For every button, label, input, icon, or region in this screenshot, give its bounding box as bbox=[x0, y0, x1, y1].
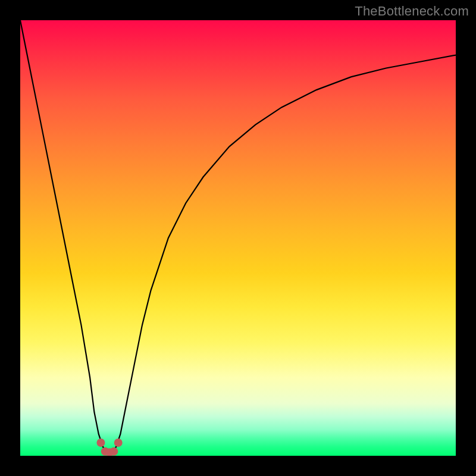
bottom-marker bbox=[114, 439, 123, 447]
bottom-marker bbox=[109, 447, 118, 456]
curve-layer bbox=[20, 20, 456, 456]
bottom-marker bbox=[96, 439, 105, 447]
watermark-text: TheBottleneck.com bbox=[355, 4, 469, 19]
plot-area bbox=[20, 20, 456, 456]
bottleneck-curve bbox=[20, 20, 456, 452]
bottom-marker-group bbox=[96, 439, 122, 456]
chart-frame: TheBottleneck.com bbox=[0, 0, 476, 476]
